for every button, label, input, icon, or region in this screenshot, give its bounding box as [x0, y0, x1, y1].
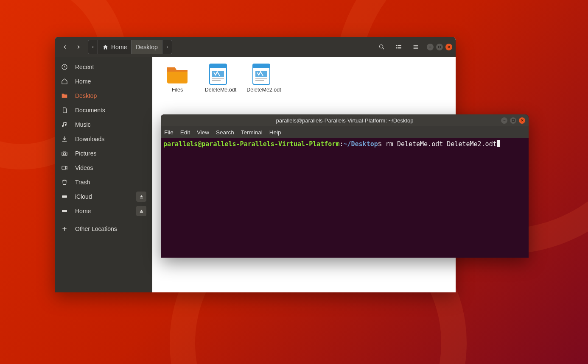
terminal-menu-search[interactable]: Search — [216, 129, 234, 136]
terminal-menu-file[interactable]: File — [164, 129, 174, 136]
sidebar-item-label: Recent — [75, 64, 94, 70]
file-item[interactable]: Files — [160, 63, 195, 94]
svg-rect-2 — [398, 45, 401, 46]
eject-button[interactable] — [136, 206, 146, 216]
sidebar-item-recent[interactable]: Recent — [55, 60, 152, 74]
terminal-menu-edit[interactable]: Edit — [180, 129, 190, 136]
plus-icon — [61, 225, 68, 232]
fm-window-controls — [427, 44, 452, 50]
path-current-label: Desktop — [136, 44, 157, 50]
svg-point-8 — [63, 153, 65, 155]
term-window-controls — [501, 117, 525, 124]
terminal-menu-view[interactable]: View — [197, 129, 209, 136]
svg-rect-11 — [62, 210, 67, 212]
sidebar-item-label: Videos — [75, 164, 93, 171]
sidebar-item-label: Other Locations — [75, 225, 117, 232]
terminal-title: parallels@parallels-Parallels-Virtual-Pl… — [276, 117, 414, 124]
term-maximize-button[interactable] — [510, 117, 516, 124]
sidebar-item-videos[interactable]: Videos — [55, 161, 152, 175]
nav-forward-button[interactable] — [73, 40, 84, 54]
sidebar-item-label: Pictures — [75, 150, 97, 157]
trash-icon — [61, 179, 68, 186]
sidebar-item-label: iCloud — [75, 193, 92, 200]
file-manager-header: Home Desktop — [55, 37, 456, 57]
terminal-menubar: FileEditViewSearchTerminalHelp — [161, 126, 529, 138]
svg-rect-1 — [396, 45, 398, 46]
svg-point-0 — [380, 45, 383, 48]
sidebar-item-label: Desktop — [75, 92, 97, 99]
terminal-menu-help[interactable]: Help — [269, 129, 281, 136]
video-icon — [61, 164, 68, 171]
sidebar-item-homedrive[interactable]: Home — [55, 204, 152, 218]
file-item[interactable]: DeleteMe2.odt — [246, 63, 281, 94]
prompt-dollar: $ — [378, 140, 382, 148]
clock-icon — [61, 64, 68, 70]
drive-icon — [61, 193, 68, 200]
folder-icon — [61, 92, 68, 99]
camera-icon — [61, 150, 68, 157]
terminal-window: parallels@parallels-Parallels-Virtual-Pl… — [161, 114, 529, 258]
home-icon — [61, 78, 68, 85]
nav-back-button[interactable] — [59, 40, 71, 54]
file-label: DeleteMe.odt — [203, 87, 238, 94]
sidebar-item-trash[interactable]: Trash — [55, 175, 152, 189]
terminal-cursor — [497, 140, 500, 147]
folder-file-icon — [165, 63, 189, 85]
sidebar-item-home[interactable]: Home — [55, 74, 152, 89]
sidebar-item-label: Home — [75, 208, 91, 214]
music-icon — [61, 121, 68, 128]
hamburger-icon — [412, 44, 419, 50]
sidebar-item-desktop[interactable]: Desktop — [55, 89, 152, 103]
svg-rect-5 — [439, 46, 441, 48]
path-seg-home[interactable]: Home — [98, 40, 132, 54]
svg-rect-15 — [212, 78, 224, 79]
hamburger-menu-button[interactable] — [408, 40, 423, 54]
terminal-menu-terminal[interactable]: Terminal — [241, 129, 263, 136]
svg-rect-10 — [62, 195, 67, 197]
prompt-path: ~/Desktop — [343, 140, 378, 148]
home-icon — [102, 44, 109, 50]
terminal-titlebar[interactable]: parallels@parallels-Parallels-Virtual-Pl… — [161, 114, 529, 126]
view-mode-button[interactable] — [391, 40, 406, 54]
sidebar-item-icloud[interactable]: iCloud — [55, 189, 152, 204]
path-bar: Home Desktop — [88, 40, 172, 54]
file-label: Files — [160, 87, 195, 94]
svg-rect-20 — [255, 78, 267, 79]
sidebar: RecentHomeDesktopDocumentsMusicDownloads… — [55, 57, 152, 292]
fm-close-button[interactable] — [445, 44, 452, 50]
sidebar-item-label: Trash — [75, 179, 90, 186]
search-button[interactable] — [374, 40, 389, 54]
term-minimize-button[interactable] — [501, 117, 507, 124]
path-seg-current[interactable]: Desktop — [132, 40, 162, 54]
prompt-user-host: parallels@parallels-Parallels-Virtual-Pl… — [163, 140, 339, 148]
list-view-icon — [395, 44, 402, 50]
odt-file-icon — [252, 63, 276, 85]
sidebar-item-pictures[interactable]: Pictures — [55, 146, 152, 161]
term-close-button[interactable] — [519, 117, 525, 124]
path-seg-back[interactable] — [88, 40, 98, 54]
document-icon — [61, 107, 68, 114]
svg-rect-16 — [212, 80, 221, 81]
sidebar-item-music[interactable]: Music — [55, 117, 152, 132]
fm-maximize-button[interactable] — [436, 44, 443, 50]
eject-button[interactable] — [136, 192, 146, 202]
fm-minimize-button[interactable] — [427, 44, 434, 50]
path-seg-forward[interactable] — [162, 40, 172, 54]
odt-file-icon — [209, 63, 232, 85]
sidebar-item-other[interactable]: Other Locations — [55, 222, 152, 236]
sidebar-item-downloads[interactable]: Downloads — [55, 132, 152, 146]
sidebar-item-label: Documents — [75, 107, 105, 114]
sidebar-item-documents[interactable]: Documents — [55, 103, 152, 117]
terminal-body[interactable]: parallels@parallels-Parallels-Virtual-Pl… — [161, 138, 529, 258]
file-label: DeleteMe2.odt — [246, 87, 281, 94]
drive-icon — [61, 208, 68, 214]
svg-rect-3 — [396, 47, 398, 49]
svg-rect-22 — [512, 119, 514, 122]
download-icon — [61, 136, 68, 142]
file-item[interactable]: DeleteMe.odt — [203, 63, 238, 94]
search-icon — [378, 44, 385, 50]
path-home-label: Home — [111, 44, 127, 50]
sidebar-item-label: Music — [75, 121, 91, 128]
svg-rect-4 — [398, 47, 401, 49]
svg-rect-9 — [62, 166, 66, 169]
